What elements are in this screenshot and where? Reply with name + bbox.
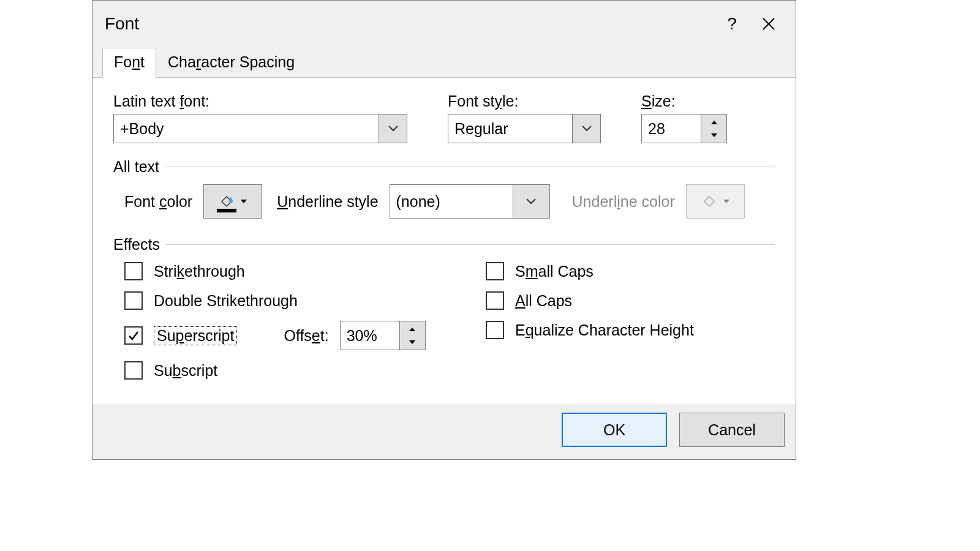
chevron-down-icon — [513, 185, 549, 218]
effects-group: Effects — [113, 236, 775, 253]
small-caps-row: Small Caps — [486, 262, 694, 280]
font-style-label: Font style: — [448, 92, 601, 110]
underline-color-button — [686, 184, 745, 219]
offset-value: 30% — [341, 321, 399, 350]
font-color-label: Font color — [124, 193, 192, 211]
underline-style-value: (none) — [390, 185, 513, 218]
size-value: 28 — [642, 114, 701, 143]
help-icon: ? — [727, 14, 737, 34]
small-caps-label: Small Caps — [515, 263, 594, 280]
font-style-combo[interactable]: Regular — [448, 114, 601, 143]
offset-spinner[interactable]: 30% — [340, 321, 426, 350]
ok-button[interactable]: OK — [562, 413, 667, 447]
superscript-label: Superscript — [154, 326, 237, 345]
close-icon — [762, 17, 775, 31]
font-panel: Latin text font: +Body Font style: Regul… — [92, 78, 796, 404]
latin-font-label: Latin text font: — [113, 92, 407, 110]
close-button[interactable] — [750, 6, 787, 42]
spinner-arrows — [701, 114, 726, 143]
offset-block: Offset: 30% — [284, 321, 425, 350]
all-caps-label: All Caps — [515, 292, 572, 310]
divider — [165, 167, 775, 167]
cancel-button[interactable]: Cancel — [679, 413, 785, 447]
chevron-down-icon — [379, 114, 407, 143]
strikethrough-label: Strikethrough — [154, 263, 245, 280]
divider — [166, 244, 775, 245]
effects-row: Strikethrough Double Strikethrough Super… — [113, 262, 775, 380]
subscript-label: Subscript — [154, 362, 217, 380]
tab-row: Font Character Spacing — [92, 47, 796, 78]
titlebar: Font ? — [92, 1, 796, 47]
font-style-field: Font style: Regular — [448, 92, 601, 143]
offset-label: Offset: — [284, 327, 328, 345]
spinner-up-icon[interactable] — [409, 323, 416, 335]
all-text-label: All text — [113, 158, 159, 176]
chevron-down-icon — [723, 199, 730, 204]
double-strikethrough-label: Double Strikethrough — [154, 292, 298, 310]
all-caps-row: All Caps — [486, 291, 694, 310]
all-text-group: All text — [113, 158, 775, 176]
small-caps-checkbox[interactable] — [486, 262, 504, 280]
effects-col-right: Small Caps All Caps Equalize Character H… — [486, 262, 694, 380]
equalize-height-label: Equalize Character Height — [515, 321, 694, 339]
spinner-down-icon[interactable] — [409, 335, 416, 348]
double-strikethrough-checkbox[interactable] — [124, 291, 143, 310]
underline-style-combo[interactable]: (none) — [390, 184, 550, 219]
equalize-height-checkbox[interactable] — [486, 321, 504, 339]
spinner-arrows — [399, 321, 425, 350]
superscript-checkbox[interactable] — [124, 326, 143, 345]
latin-font-field: Latin text font: +Body — [113, 92, 407, 143]
font-style-value: Regular — [448, 114, 572, 143]
size-spinner[interactable]: 28 — [641, 114, 727, 143]
all-text-row: Font color Underline style (none) Underl — [113, 184, 775, 219]
font-row: Latin text font: +Body Font style: Regul… — [113, 92, 775, 143]
strikethrough-row: Strikethrough — [124, 262, 437, 280]
subscript-checkbox[interactable] — [124, 361, 143, 380]
equalize-height-row: Equalize Character Height — [486, 321, 694, 339]
paint-bucket-icon — [218, 193, 235, 210]
effects-label: Effects — [113, 236, 160, 253]
spinner-down-icon[interactable] — [710, 129, 718, 141]
latin-font-value: +Body — [114, 114, 379, 143]
effects-col-left: Strikethrough Double Strikethrough Super… — [124, 262, 437, 380]
size-label: Size: — [641, 92, 727, 110]
chevron-down-icon — [240, 199, 247, 204]
paint-bucket-icon — [701, 193, 718, 210]
size-field: Size: 28 — [641, 92, 727, 143]
dialog-footer: OK Cancel — [92, 404, 796, 459]
double-strikethrough-row: Double Strikethrough — [124, 291, 437, 310]
superscript-row: Superscript Offset: 30% — [124, 321, 437, 350]
font-color-button[interactable] — [203, 184, 262, 219]
chevron-down-icon — [572, 114, 600, 143]
all-caps-checkbox[interactable] — [486, 291, 504, 310]
font-dialog: Font ? Font Character Spacing Latin text… — [92, 0, 796, 460]
dialog-title: Font — [105, 14, 714, 34]
latin-font-combo[interactable]: +Body — [113, 114, 407, 143]
underline-style-label: Underline style — [277, 193, 378, 211]
strikethrough-checkbox[interactable] — [124, 262, 143, 280]
spinner-up-icon[interactable] — [710, 116, 718, 129]
help-button[interactable]: ? — [714, 6, 750, 42]
tab-font[interactable]: Font — [102, 48, 156, 78]
tab-character-spacing[interactable]: Character Spacing — [156, 48, 306, 78]
subscript-row: Subscript — [124, 361, 437, 380]
underline-color-label: Underline color — [572, 193, 675, 211]
